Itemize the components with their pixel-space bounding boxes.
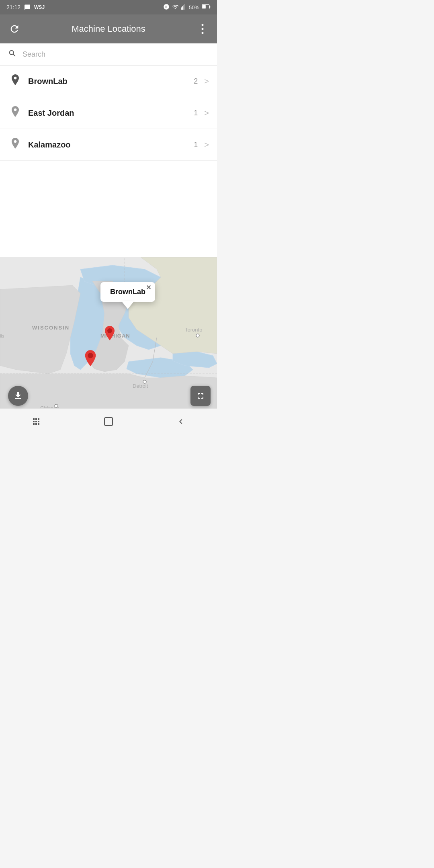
- nav-bar: [0, 408, 217, 434]
- location-name-brownlab: BrownLab: [28, 77, 194, 86]
- location-name-eastjordan: East Jordan: [28, 108, 194, 118]
- empty-space: [0, 161, 217, 257]
- list-item[interactable]: BrownLab 2 >: [0, 66, 217, 97]
- map-pin-brownlab-1[interactable]: [102, 326, 117, 346]
- svg-rect-5: [209, 6, 210, 8]
- location-list: BrownLab 2 > East Jordan 1 > Kalamazoo 1…: [0, 66, 217, 161]
- pin-icon-eastjordan: [8, 106, 23, 120]
- svg-text:Detroit: Detroit: [133, 383, 148, 389]
- more-options-button[interactable]: [196, 23, 209, 35]
- chevron-right-icon: >: [204, 108, 209, 118]
- search-bar: [0, 43, 217, 66]
- svg-point-9: [202, 32, 204, 34]
- chevron-right-icon: >: [204, 140, 209, 149]
- svg-point-23: [88, 353, 93, 358]
- svg-point-14: [196, 334, 199, 337]
- home-button[interactable]: [96, 414, 121, 430]
- svg-text:Toronto: Toronto: [185, 327, 202, 333]
- svg-text:WISCONSIN: WISCONSIN: [32, 325, 70, 331]
- svg-rect-2: [183, 5, 184, 9]
- pin-icon-kalamazoo: [8, 138, 23, 151]
- back-button[interactable]: [169, 414, 193, 430]
- chevron-right-icon: >: [204, 77, 209, 86]
- fullscreen-button[interactable]: [190, 386, 211, 406]
- search-icon: [8, 49, 17, 59]
- location-count-brownlab: 2: [194, 77, 198, 86]
- location-count-kalamazoo: 1: [194, 141, 198, 149]
- battery-icon: [202, 4, 211, 11]
- list-item[interactable]: East Jordan 1 >: [0, 97, 217, 129]
- svg-point-8: [202, 28, 204, 30]
- search-input[interactable]: [23, 50, 209, 59]
- pin-icon-brownlab: [8, 74, 23, 88]
- svg-point-22: [107, 328, 112, 333]
- download-button[interactable]: [8, 386, 28, 406]
- location-count-eastjordan: 1: [194, 109, 198, 117]
- app-bar: Machine Locations: [0, 14, 217, 43]
- signal-icon: [181, 4, 186, 11]
- wifi-icon: [172, 4, 178, 11]
- page-title: Machine Locations: [21, 24, 196, 34]
- status-time: 21:12: [6, 4, 20, 10]
- svg-rect-1: [182, 6, 183, 9]
- popup-close-button[interactable]: ✕: [146, 285, 151, 291]
- popup-label: BrownLab: [110, 288, 145, 296]
- location-name-kalamazoo: Kalamazoo: [28, 140, 194, 149]
- svg-rect-6: [202, 5, 206, 8]
- map-view: WISCONSIN MICHIGAN Toronto Detroit Chica…: [0, 257, 217, 434]
- status-bar: 21:12 WSJ 50%: [0, 0, 217, 14]
- alarm-icon: [163, 4, 170, 11]
- svg-rect-0: [181, 7, 182, 10]
- svg-rect-3: [184, 4, 185, 10]
- svg-rect-24: [104, 418, 113, 426]
- recent-apps-button[interactable]: [24, 414, 48, 430]
- svg-point-7: [202, 24, 204, 26]
- map-pin-brownlab-2[interactable]: [82, 350, 98, 372]
- wsj-notification-label: WSJ: [34, 4, 45, 10]
- list-item[interactable]: Kalamazoo 1 >: [0, 129, 217, 161]
- battery-label: 50%: [189, 4, 199, 10]
- svg-text:lis: lis: [0, 334, 4, 338]
- refresh-button[interactable]: [8, 23, 21, 35]
- map-popup: ✕ BrownLab: [100, 282, 155, 302]
- chat-notification-icon: [24, 4, 31, 11]
